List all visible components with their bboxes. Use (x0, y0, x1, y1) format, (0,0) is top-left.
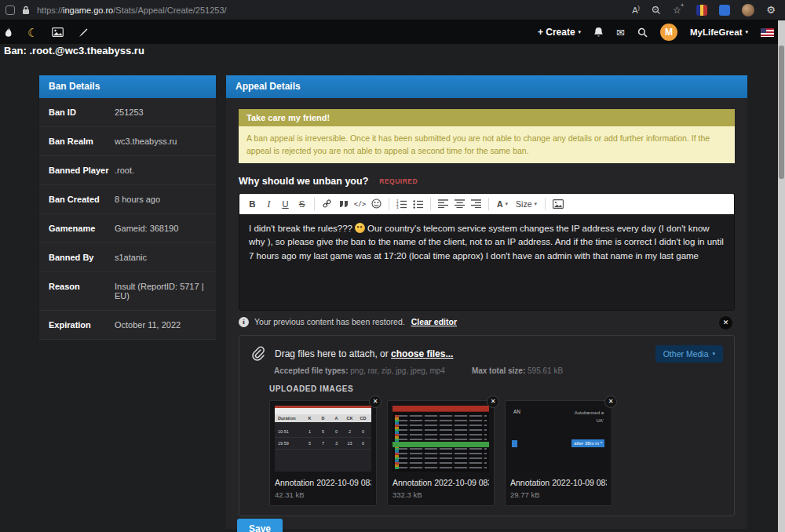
clear-editor-link[interactable]: Clear editor (411, 317, 457, 326)
uploaded-image-card: ✕ Annotation 2022-10-09 083... 332.3 kB (387, 400, 495, 506)
ban-detail-row: GamenameGameid: 368190 (39, 214, 216, 243)
create-button[interactable]: + Create▾ (538, 27, 581, 38)
thinking-emoji-icon (355, 223, 365, 233)
emoji-icon[interactable] (368, 196, 385, 212)
attachment-filesize: 29.77 kB (510, 490, 607, 499)
editor-textarea[interactable]: I didn't break the rules???Our country's… (239, 214, 734, 310)
attachment-filename[interactable]: Annotation 2022-10-09 083... (275, 478, 371, 487)
appeal-body: Take care my friend! A ban appeal is irr… (226, 98, 747, 529)
attachment-filename[interactable]: Annotation 2022-10-09 083... (392, 478, 489, 487)
toolbar-separator (314, 198, 315, 210)
favorites-star-icon[interactable]: ☆+ (673, 4, 685, 16)
other-media-button[interactable]: Other Media▾ (655, 345, 723, 363)
attachment-thumbnail[interactable] (392, 406, 489, 472)
svg-text:3: 3 (396, 206, 399, 209)
notifications-bell-icon[interactable] (593, 27, 604, 38)
drag-files-text: Drag files here to attach, or choose fil… (275, 348, 453, 359)
toolbar-separator (545, 198, 546, 210)
align-center-icon[interactable] (451, 196, 468, 212)
quote-icon[interactable] (335, 196, 352, 212)
toolbar-separator (430, 198, 431, 210)
ban-detail-row: Banned Bys1atanic (39, 243, 216, 272)
chevron-down-icon: ▾ (712, 351, 715, 357)
question-label: Why should we unban you? (239, 176, 368, 187)
ban-detail-row: Ban Realmwc3.theabyss.ru (39, 127, 216, 156)
search-icon[interactable] (637, 27, 648, 38)
editor-toolbar: B I U S </> 123 (239, 194, 734, 214)
remove-attachment-icon[interactable]: ✕ (369, 395, 382, 408)
question-row: Why should we unban you? REQUIRED (239, 176, 735, 187)
attachment-filename[interactable]: Annotation 2022-10-09 083... (510, 478, 607, 487)
appeal-details-panel: Appeal Details Take care my friend! A ba… (226, 75, 747, 529)
warning-text: A ban appeal is irreversible. Once it ha… (239, 126, 735, 163)
site-navbar: ☾ + Create▾ ✉ M MyLifeGreat▾ (0, 20, 785, 44)
window-icon[interactable] (5, 5, 15, 15)
chevron-down-icon: ▾ (579, 29, 582, 35)
font-size-button[interactable]: Size▾ (512, 199, 541, 209)
dark-mode-moon-icon[interactable]: ☾ (27, 27, 38, 38)
address-bar[interactable]: https://ingame.go.ro/Stats/Appeal/Create… (0, 5, 632, 15)
navbar-right: + Create▾ ✉ M MyLifeGreat▾ (538, 24, 785, 41)
uploaded-image-card: ✕ DurationKDACKCD 10:5115020 19:59573230 (269, 400, 377, 506)
ban-detail-row: Ban Created8 hours ago (39, 185, 216, 214)
read-aloud-icon[interactable]: A) (632, 5, 640, 15)
language-flag-icon[interactable] (761, 28, 774, 37)
toolbar-separator (488, 198, 489, 210)
choose-files-link[interactable]: choose files... (391, 348, 453, 359)
ban-details-panel: Ban Details Ban ID251253 Ban Realmwc3.th… (39, 75, 216, 340)
chevron-down-icon: ▾ (745, 29, 748, 35)
ordered-list-icon[interactable]: 123 (393, 196, 410, 212)
extension-icon-1[interactable] (696, 5, 707, 16)
user-avatar[interactable]: M (660, 24, 677, 41)
browser-actions: A) ☆+ ⚙ (632, 4, 785, 16)
attachment-thumbnail[interactable]: AN Autobanned aUA' after 38m in * (510, 406, 607, 472)
restored-notice: i Your previous content has been restore… (239, 317, 735, 327)
lock-icon[interactable] (22, 5, 30, 15)
save-button[interactable]: Save (237, 519, 283, 532)
messages-envelope-icon[interactable]: ✉ (616, 27, 625, 38)
page-scrollbar[interactable] (778, 20, 785, 532)
appeal-details-header: Appeal Details (226, 75, 747, 98)
remove-attachment-icon[interactable]: ✕ (604, 395, 617, 408)
browser-profile-avatar[interactable] (742, 4, 754, 16)
brush-icon[interactable] (78, 27, 88, 38)
attachment-thumbnail[interactable]: DurationKDACKCD 10:5115020 19:59573230 (275, 406, 371, 472)
gallery-image-icon[interactable] (52, 27, 64, 37)
info-icon: i (239, 317, 249, 327)
code-icon[interactable]: </> (352, 196, 368, 212)
url-text[interactable]: https://ingame.go.ro/Stats/Appeal/Create… (37, 5, 227, 15)
uploaded-images-heading: UPLOADED IMAGES (250, 384, 723, 393)
insert-image-icon[interactable] (550, 196, 566, 212)
chevron-down-icon: ▾ (535, 201, 538, 207)
strikethrough-button[interactable]: S (294, 196, 310, 212)
align-right-icon[interactable] (468, 196, 484, 212)
settings-gear-icon[interactable]: ⚙ (766, 4, 776, 16)
browser-chrome: https://ingame.go.ro/Stats/Appeal/Create… (0, 0, 785, 20)
attachment-filesize: 42.31 kB (275, 490, 371, 499)
align-left-icon[interactable] (435, 196, 451, 212)
rich-text-editor: B I U S </> 123 (239, 193, 735, 311)
font-color-button[interactable]: A▾ (493, 199, 512, 209)
warning-title: Take care my friend! (239, 109, 735, 126)
bullet-list-icon[interactable] (410, 196, 426, 212)
attachments-area: Drag files here to attach, or choose fil… (239, 335, 735, 516)
ban-details-header: Ban Details (39, 75, 216, 98)
italic-button[interactable]: I (261, 196, 277, 212)
scrollbar-thumb[interactable] (779, 46, 784, 179)
attachment-filesize: 332.3 kB (392, 490, 489, 499)
uploaded-image-card: ✕ AN Autobanned aUA' after 38m in * Anno… (505, 400, 612, 506)
underline-button[interactable]: U (277, 196, 294, 212)
notice-text: Your previous content has been restored. (254, 317, 405, 326)
flame-icon[interactable] (4, 27, 13, 38)
toolbar-separator (389, 198, 389, 210)
close-icon[interactable]: ✕ (718, 315, 733, 330)
remove-attachment-icon[interactable]: ✕ (487, 395, 499, 408)
user-menu[interactable]: MyLifeGreat▾ (690, 27, 748, 37)
extension-icon-2[interactable] (719, 5, 730, 16)
navbar-left-icons: ☾ (0, 27, 88, 38)
chevron-down-icon: ▾ (506, 201, 509, 207)
ban-detail-row: ReasonInsult (ReportID: 5717 | EU) (39, 272, 216, 311)
link-icon[interactable] (319, 196, 335, 212)
zoom-icon[interactable] (652, 5, 661, 15)
bold-button[interactable]: B (244, 196, 261, 212)
